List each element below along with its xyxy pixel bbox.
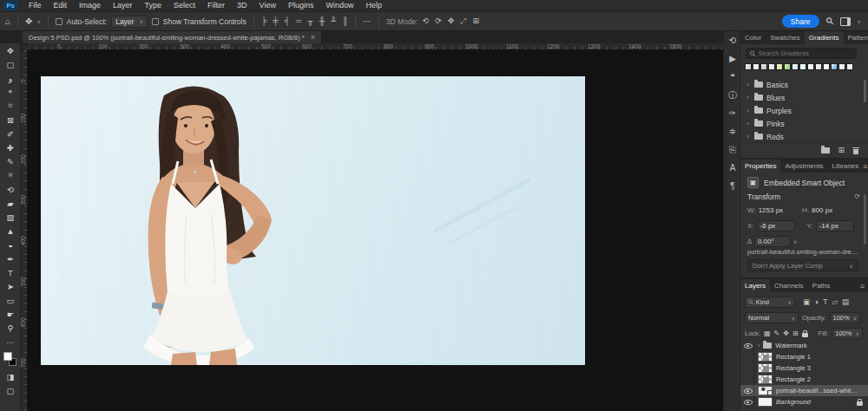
3d-slide-icon[interactable]: ⤢ [460,17,466,25]
gradient-swatch[interactable] [831,63,838,70]
auto-select-checkbox[interactable] [56,18,62,25]
layer-row-rectangle-2[interactable]: Rectangle 2 [740,374,868,385]
gradient-group-blues[interactable]: ›Blues [740,91,868,104]
expand-arrow-icon[interactable]: › [758,342,760,349]
align-top-icon[interactable]: ╥ [307,17,312,25]
blend-mode-select[interactable]: Normal ∨ [745,312,799,323]
align-bottom-icon[interactable]: ╨ [331,17,336,25]
tab-channels[interactable]: Channels [770,279,808,292]
actions-icon[interactable]: ▶ [724,49,741,68]
layer-row-portrait-beautif-ssed-white-pajamas[interactable]: portrait-beautif...ssed-white-pajamas [740,385,868,396]
distribute-vertical-icon[interactable]: ║ [342,17,347,25]
new-gradient-icon[interactable]: ⊞ [838,146,845,154]
gradient-swatch[interactable] [838,63,845,70]
move-tool[interactable]: ✥ [0,43,21,57]
home-icon[interactable]: ⌂ [5,17,10,26]
eye-icon[interactable] [744,398,753,406]
photo-layer[interactable] [41,76,585,365]
blur-tool[interactable]: ▲ [0,224,21,238]
tab-paths[interactable]: Paths [808,279,834,292]
panel-menu-icon[interactable]: ≡ [863,160,868,173]
layer-row-background[interactable]: Background [740,396,868,408]
x-input[interactable] [757,220,795,232]
paragraph-icon[interactable]: ¶ [724,177,741,195]
share-button[interactable]: Share [782,15,819,28]
rotate-options-icon[interactable]: ⟳ [854,193,860,200]
opacity-select[interactable]: 100% ∨ [830,312,861,323]
width-value[interactable]: 1253 px [759,206,783,214]
eraser-tool[interactable]: ▰ [0,196,21,210]
adjustments-icon[interactable]: ≑ [724,122,741,140]
lock-transparency-icon[interactable]: ▦ [764,330,771,337]
gradient-group-reds[interactable]: ›Reds [740,130,868,143]
expand-arrow-icon[interactable]: › [746,120,751,127]
eye-icon[interactable] [744,387,753,395]
eye-icon[interactable] [744,342,753,349]
filter-adjustment-layers-icon[interactable]: ◑ [814,298,819,306]
gradient-swatch[interactable] [768,63,775,70]
tab-color[interactable]: Color [740,31,766,44]
gradient-swatch[interactable] [807,63,814,70]
foreground-color-chip[interactable] [3,352,12,361]
zoom-tool[interactable]: ⚲ [0,321,21,335]
canvas[interactable] [28,50,723,411]
gradient-group-purples[interactable]: ›Purples [740,104,868,117]
align-middle-icon[interactable]: ╫ [319,17,325,25]
tab-libraries[interactable]: Libraries [828,160,864,173]
chevron-down-icon[interactable]: ∨ [858,18,861,24]
gradient-swatch[interactable] [753,63,760,70]
marquee-tool[interactable]: ▢ [0,57,21,71]
search-gradients-input[interactable] [759,49,845,57]
auto-select-target-select[interactable]: Layer ∨ [111,16,148,28]
height-value[interactable]: 800 px [812,206,832,214]
gradient-group-pinks[interactable]: ›Pinks [740,117,868,130]
layer-row-watermark[interactable]: ›Watermark [740,340,868,351]
3d-orbit-icon[interactable]: ⟲ [423,17,430,25]
layer-row-rectangle-1[interactable]: Rectangle 1 [740,351,868,362]
gradient-swatch[interactable] [776,63,783,70]
type-tool[interactable]: T [0,265,21,279]
menu-view[interactable]: View [253,0,282,11]
edit-toolbar-icon[interactable]: ⋯ [0,335,21,349]
history-brush-tool[interactable]: ⟲ [0,182,21,196]
menu-help[interactable]: Help [360,0,389,11]
filter-type-layers-icon[interactable]: T [823,298,827,306]
expand-arrow-icon[interactable]: › [746,107,751,114]
pen-tool[interactable]: ✒ [0,251,21,265]
3d-scale-icon[interactable]: ⊞ [473,17,480,25]
info-icon[interactable]: ⓘ [724,86,741,104]
current-tool-move-icon[interactable]: ✥ [25,17,32,26]
gradient-swatch[interactable] [760,63,767,70]
visibility-cell[interactable] [743,374,754,385]
filter-smart-objects-icon[interactable]: ▤ [842,298,849,306]
healing-brush-tool[interactable]: ✚ [0,140,21,154]
menu-layer[interactable]: Layer [107,0,139,11]
tool-preset-chevron-icon[interactable]: ∨ [36,18,40,24]
gradient-swatch[interactable] [745,63,752,70]
fill-select[interactable]: 100% ∨ [832,328,863,339]
delete-icon[interactable] [852,147,859,154]
show-transform-controls-checkbox[interactable] [152,18,159,25]
gradient-tool[interactable]: ▧ [0,210,21,224]
menu-type[interactable]: Type [139,0,168,11]
tab-patterns[interactable]: Patterns [844,31,868,44]
lock-all-icon[interactable] [802,333,808,337]
document-tab[interactable]: Design 5 PSD.psd @ 100% (portrait-beauti… [23,31,322,43]
visibility-cell[interactable] [743,351,754,362]
gradient-swatch[interactable] [799,63,806,70]
filter-shape-layers-icon[interactable]: ▱ [832,298,838,306]
panel-menu-icon[interactable]: ≡ [860,279,868,292]
align-right-icon[interactable]: ╡ [285,17,290,25]
align-center-horizontal-icon[interactable]: ╪ [273,17,278,25]
history-icon[interactable]: ⟲ [724,31,741,49]
3d-drag-icon[interactable]: ✥ [448,17,455,25]
clone-source-icon[interactable]: ⎘ [724,140,741,159]
dodge-tool[interactable]: ◒ [0,238,21,251]
crop-tool[interactable]: ⌗ [0,99,21,113]
menu-3d[interactable]: 3D [231,0,253,11]
visibility-cell[interactable] [743,362,754,374]
tab-layers[interactable]: Layers [740,279,770,292]
rotation-angle-input[interactable] [754,236,791,247]
clone-stamp-tool[interactable]: ⍟ [0,168,21,182]
3d-roll-icon[interactable]: ⟳ [435,17,442,25]
